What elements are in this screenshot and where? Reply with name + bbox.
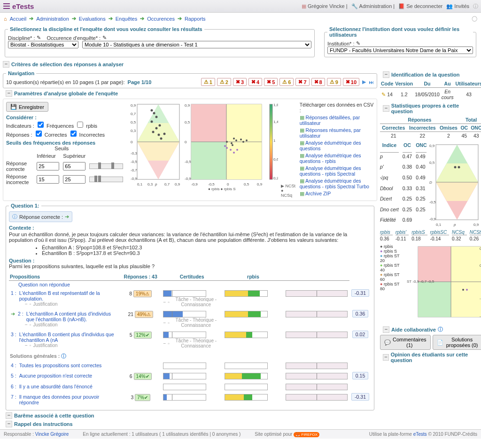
- crumb-accueil[interactable]: Accueil: [10, 16, 26, 22]
- svg-text:0,1: 0,1: [137, 182, 143, 186]
- admin-link[interactable]: 🔧Administration |: [351, 3, 395, 9]
- nav-q-3[interactable]: ✖ 3: [233, 78, 247, 86]
- dl-link-6[interactable]: Archive ZIP: [305, 191, 331, 196]
- svg-point-41: [231, 142, 233, 144]
- rc-slider[interactable]: [89, 163, 123, 169]
- rpbis-value: -0.31: [351, 289, 369, 297]
- comments-button[interactable]: 💬 Commentaires (1): [380, 335, 431, 350]
- svg-text:1,8: 1,8: [273, 103, 278, 107]
- edit-icon[interactable]: ✎: [356, 40, 360, 46]
- resp-link[interactable]: Vincke Grégoire: [35, 432, 69, 437]
- crumb-admin[interactable]: Administration: [36, 16, 69, 22]
- stats-toggle[interactable]: − Statistiques propres à cette question: [383, 103, 481, 114]
- nav-q-8[interactable]: ✖ 8: [311, 78, 325, 86]
- ri-label: Réponse incorrecte: [6, 174, 34, 185]
- prop-text[interactable]: Toutes les propositions sont correctes: [19, 363, 118, 368]
- ri-slider[interactable]: [89, 177, 123, 182]
- dl-link-1[interactable]: Réponses résumées, par utilisateur: [300, 127, 361, 139]
- dl-link-2[interactable]: Analyse édumétrique des questions: [300, 140, 361, 151]
- occurence-select[interactable]: Module 10 - Statistiques à une dimension…: [82, 41, 311, 48]
- svg-text:0: 0: [131, 140, 133, 144]
- index-grid: IndiceOCONCp0.470.49p'0.380.40√pq0.500.4…: [380, 142, 427, 227]
- institution-select[interactable]: FUNDP - Facultés Universitaires Notre Da…: [327, 46, 473, 54]
- criteria-toggle[interactable]: − Critères de sélection des réponses à a…: [3, 61, 478, 68]
- prop-text[interactable]: Il manque des données pour pouvoir répon…: [19, 394, 118, 405]
- solutions-button[interactable]: 📄 Solutions proposées (0): [433, 335, 481, 350]
- incorrect-checkbox[interactable]: [70, 131, 77, 137]
- save-button[interactable]: 💾 Enregistrer: [6, 102, 48, 112]
- opinion-toggle[interactable]: − Opinion des étudiants sur cette questi…: [383, 352, 481, 363]
- nav-q-1[interactable]: ⚠ 1: [201, 78, 215, 86]
- rc-lo-input[interactable]: [37, 162, 59, 170]
- svg-rect-86: [451, 247, 481, 282]
- guests-indicator: 👥 Invités: [446, 3, 469, 9]
- last-page-icon[interactable]: ⏭: [369, 79, 374, 85]
- home-icon[interactable]: ⌂: [4, 16, 7, 22]
- svg-point-40: [226, 141, 228, 143]
- crumb-enq[interactable]: Enquêtes: [116, 16, 137, 22]
- rc-hi-input[interactable]: [63, 162, 85, 170]
- inc-label: Incorrectes: [79, 132, 105, 138]
- navigation-box: Navigation 10 question(s) répartie(s) en…: [3, 70, 377, 88]
- nav-q-9[interactable]: ⚠ 9: [327, 78, 341, 86]
- ctx-text: Pour un échantillon donné, je peux toujo…: [9, 232, 371, 243]
- nav-q-10[interactable]: ✖ 10: [343, 78, 359, 86]
- svg-text:0,5: 0,5: [429, 161, 435, 165]
- prop-text[interactable]: L'échantillon B contient plus d'individu…: [19, 332, 118, 343]
- prop-text[interactable]: L'échantillon B est représentatif de la …: [19, 290, 118, 301]
- svg-rect-88: [451, 282, 481, 317]
- ri-hi-input[interactable]: [63, 175, 85, 184]
- svg-rect-1: [3, 6, 10, 7]
- edit-icon[interactable]: ✎: [102, 35, 107, 41]
- sup-label: Supérieur: [63, 153, 86, 159]
- svg-rect-2: [3, 8, 10, 9]
- collapse-icon: −: [3, 61, 9, 68]
- nav-legend: Navigation: [6, 70, 36, 76]
- chart-colorbar: 1,81,410,60,2: [269, 102, 278, 191]
- logout-link[interactable]: 📕 Se deconnecter: [398, 3, 442, 9]
- correct-checkbox[interactable]: [36, 131, 42, 137]
- svg-point-9: [153, 112, 155, 115]
- etests-link[interactable]: eTests: [413, 432, 427, 437]
- rpbis-checkbox[interactable]: [77, 122, 83, 128]
- prop-text[interactable]: Il y a une absurdité dans l'énoncé: [19, 384, 118, 389]
- dl-link-0[interactable]: Réponses détaillées, par utilisateur: [300, 115, 360, 126]
- discipline-select[interactable]: Biostat - Biostatistiques: [8, 41, 78, 48]
- prop-text[interactable]: Aucune proposition n'est correcte: [19, 373, 118, 378]
- info-icon[interactable]: ⓘ: [473, 3, 478, 10]
- ident-toggle[interactable]: − Identification de la question: [383, 71, 481, 78]
- crumb-eval[interactable]: Evaluations: [79, 16, 106, 22]
- cert-bar: [225, 332, 268, 338]
- nav-q-7[interactable]: ✖ 7: [295, 78, 309, 86]
- nav-q-2[interactable]: ⚠ 2: [217, 78, 231, 86]
- nav-q-4[interactable]: ✖ 4: [248, 78, 262, 86]
- svg-text:0,5: 0,5: [131, 120, 136, 124]
- params-toggle[interactable]: − Paramètres d'analyse globale de l'enqu…: [6, 90, 374, 97]
- dl-link-3[interactable]: Analyse édumétrique des questions - rpbi…: [300, 153, 361, 164]
- pct-badge: 12%✔: [134, 332, 152, 339]
- edit-icon[interactable]: ✎: [37, 35, 41, 41]
- svg-point-12: [159, 124, 161, 127]
- rpbis-grid: rpbisrpbis'rpbisSrpbisSCNCSqNCSt0.36-0.1…: [380, 230, 481, 241]
- svg-rect-33: [191, 104, 226, 142]
- rpbis-value: 0.15: [352, 372, 368, 379]
- aide-toggle[interactable]: − Aide collaborative ⓘ: [383, 326, 481, 333]
- help-icon[interactable]: ◯: [472, 15, 477, 22]
- prop-text[interactable]: L'échantillon A contient plus d'individu…: [26, 311, 118, 322]
- bareme-toggle[interactable]: − Barême associé à cette question: [6, 412, 374, 419]
- nav-q-5[interactable]: ✖ 5: [264, 78, 278, 86]
- next-page-icon[interactable]: ▶: [362, 79, 366, 85]
- svg-text:0,3: 0,3: [147, 182, 153, 186]
- svg-text:-0,5: -0,5: [208, 182, 215, 186]
- nav-q-6[interactable]: ⚠ 6: [279, 78, 294, 86]
- svg-text:-0,5: -0,5: [185, 160, 191, 164]
- ri-lo-input[interactable]: [37, 175, 59, 184]
- prop-row: ➔ 2 : L'échantillon A contient plus d'in…: [9, 309, 371, 330]
- crumb-occ[interactable]: Occurences: [147, 16, 175, 22]
- dl-link-5[interactable]: Analyse édumétrique des questions - rpbi…: [300, 178, 369, 189]
- rappel-toggle[interactable]: − Rappel des instructions: [6, 421, 374, 427]
- freq-checkbox[interactable]: [38, 122, 44, 128]
- dl-link-4[interactable]: Analyse édumétrique des questions - rpbi…: [300, 165, 361, 177]
- user-link[interactable]: ▦ Grégoire Vincke |: [302, 3, 348, 9]
- crumb-rap[interactable]: Rapports: [185, 16, 206, 22]
